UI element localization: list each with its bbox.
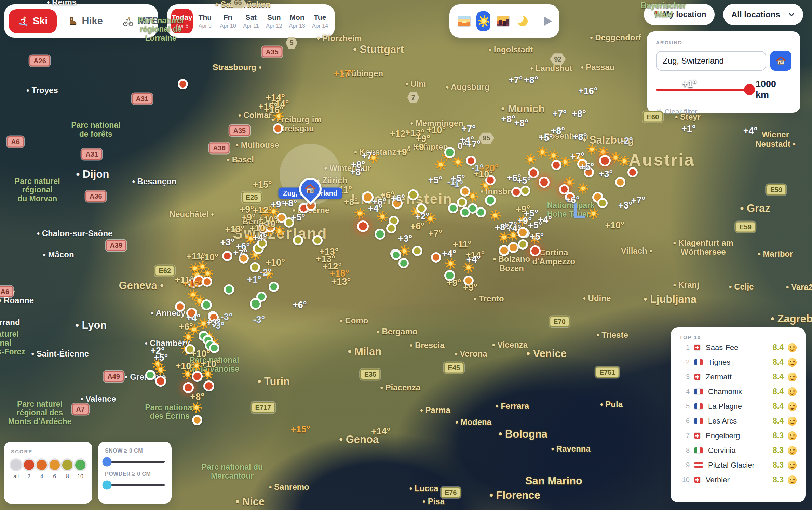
resort-score-marker[interactable]: [273, 123, 283, 134]
date-tab[interactable]: SatApr 11: [240, 9, 262, 33]
resort-score-marker[interactable]: [520, 186, 530, 196]
resort-score-marker[interactable]: [511, 187, 522, 197]
resort-score-marker[interactable]: [391, 250, 401, 260]
sunny-weather-marker[interactable]: [452, 157, 463, 167]
resort-score-marker[interactable]: [250, 298, 261, 310]
score-filter-item[interactable]: 8: [62, 460, 72, 480]
resort-score-marker[interactable]: [448, 203, 458, 213]
snow-slider[interactable]: [105, 461, 165, 463]
resort-score-marker[interactable]: [408, 189, 419, 200]
resort-score-marker[interactable]: [201, 299, 212, 310]
resort-score-marker[interactable]: [460, 207, 470, 217]
resort-score-marker[interactable]: [357, 220, 369, 232]
sunny-weather-marker[interactable]: [490, 210, 501, 221]
top10-row[interactable]: 4Chamonix8.4: [679, 384, 797, 399]
resort-score-marker[interactable]: [597, 198, 608, 208]
resort-score-marker[interactable]: [202, 277, 212, 287]
top10-row[interactable]: 6Les Arcs8.4: [679, 414, 797, 428]
resort-score-marker[interactable]: [551, 160, 561, 170]
resort-score-marker[interactable]: [398, 258, 409, 268]
resort-score-marker[interactable]: [312, 235, 323, 245]
top10-row[interactable]: 1Saas-Fee8.4: [679, 340, 797, 355]
resort-score-marker[interactable]: [386, 223, 396, 233]
resort-score-marker[interactable]: [209, 343, 219, 353]
resort-score-marker[interactable]: [485, 195, 496, 206]
resort-score-marker[interactable]: [508, 242, 519, 253]
score-filter-item[interactable]: 2: [24, 460, 34, 480]
resort-score-marker[interactable]: [530, 245, 541, 256]
resort-score-marker[interactable]: [224, 284, 234, 295]
hike-tab[interactable]: Hike: [59, 9, 112, 33]
all-locations-dropdown[interactable]: All locations: [723, 4, 803, 25]
sunny-weather-marker[interactable]: [191, 402, 202, 413]
resort-score-marker[interactable]: [250, 262, 260, 272]
score-filter-item[interactable]: 4: [37, 460, 47, 480]
top10-row[interactable]: 8Cervinia8.3: [679, 443, 797, 458]
moon-layer-button[interactable]: [515, 11, 529, 31]
sunny-weather-marker[interactable]: [202, 368, 213, 379]
top10-row[interactable]: 10Verbier8.3: [679, 472, 797, 487]
sunny-weather-marker[interactable]: [155, 364, 166, 375]
powder-slider-thumb[interactable]: [103, 481, 112, 490]
resort-score-marker[interactable]: [178, 79, 188, 89]
sunny-weather-marker[interactable]: [619, 156, 630, 166]
resort-score-marker[interactable]: [599, 155, 611, 166]
ski-tab[interactable]: Ski: [9, 9, 57, 33]
score-items: all246810: [11, 460, 85, 480]
score-filter-item[interactable]: 6: [50, 460, 60, 480]
resort-score-marker[interactable]: [192, 371, 203, 382]
resort-score-marker[interactable]: [444, 147, 455, 158]
resort-score-marker[interactable]: [457, 197, 467, 207]
top10-row[interactable]: 2Tignes8.4: [679, 355, 797, 370]
radius-slider[interactable]: [656, 89, 749, 91]
resort-score-marker[interactable]: [518, 239, 528, 250]
date-tab[interactable]: SunApr 12: [263, 9, 285, 33]
resort-score-marker[interactable]: [222, 251, 232, 261]
powder-slider[interactable]: [105, 484, 165, 486]
resort-score-marker[interactable]: [375, 229, 385, 240]
resort-score-marker[interactable]: [627, 167, 638, 177]
dusk-layer-button[interactable]: [496, 11, 510, 31]
date-tab[interactable]: ThuApr 9: [194, 9, 216, 33]
top10-row[interactable]: 3Zermatt8.4: [679, 370, 797, 384]
sunny-weather-marker[interactable]: [586, 144, 597, 155]
sunny-weather-marker[interactable]: [525, 154, 536, 165]
sunny-weather-marker[interactable]: [578, 183, 588, 194]
resort-score-marker[interactable]: [539, 177, 550, 188]
resort-score-marker[interactable]: [269, 282, 279, 292]
resort-score-marker[interactable]: [175, 301, 185, 312]
resort-score-marker[interactable]: [431, 252, 441, 263]
play-button[interactable]: [544, 16, 552, 26]
resort-score-marker[interactable]: [615, 177, 625, 187]
sun-layer-button[interactable]: [476, 11, 490, 31]
resort-score-marker[interactable]: [155, 376, 166, 387]
score-filter-item[interactable]: 10: [75, 460, 85, 480]
snow-slider-thumb[interactable]: [103, 457, 112, 467]
sunrise-layer-button[interactable]: [457, 11, 471, 31]
top10-row[interactable]: 9Pitztal Glacier8.3: [679, 458, 797, 472]
radius-slider-thumb[interactable]: [744, 84, 755, 95]
home-button[interactable]: [770, 51, 791, 71]
sunny-weather-marker[interactable]: [445, 258, 456, 269]
top10-row[interactable]: 5La Plagne8.4: [679, 399, 797, 414]
resort-score-marker[interactable]: [293, 235, 303, 245]
resort-score-marker[interactable]: [192, 415, 202, 425]
resort-score-marker[interactable]: [412, 246, 422, 256]
score-filter-item[interactable]: all: [11, 460, 21, 480]
sunny-weather-marker[interactable]: [537, 147, 548, 158]
sunny-weather-marker[interactable]: [548, 150, 559, 161]
sunny-weather-marker[interactable]: [183, 332, 194, 343]
resort-score-marker[interactable]: [476, 207, 486, 217]
sunny-weather-marker[interactable]: [560, 157, 571, 167]
sunny-weather-marker[interactable]: [435, 159, 446, 170]
date-tab[interactable]: TueApr 14: [309, 9, 331, 33]
date-tab[interactable]: FriApr 10: [217, 9, 239, 33]
sunny-weather-marker[interactable]: [588, 208, 599, 219]
resort-score-marker[interactable]: [145, 370, 155, 380]
sunny-weather-marker[interactable]: [354, 208, 365, 219]
date-tab[interactable]: MonApr 13: [286, 9, 308, 33]
radius-value: 1000 km: [756, 79, 791, 100]
location-search-input[interactable]: [656, 51, 766, 71]
resort-score-marker[interactable]: [203, 380, 214, 391]
top10-row[interactable]: 7Engelberg8.3: [679, 428, 797, 443]
